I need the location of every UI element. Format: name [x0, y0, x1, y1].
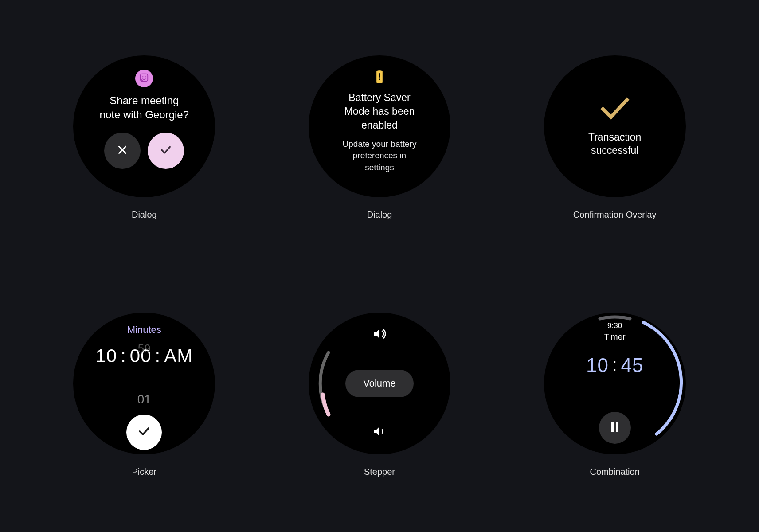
- svg-point-2: [145, 76, 146, 77]
- pause-icon: [610, 421, 620, 435]
- watch-face-dialog-share: Share meetingnote with Georgie?: [73, 55, 215, 197]
- timer-display: 10 : 45: [586, 354, 643, 376]
- dialog-battery-cell: Battery SaverMode has beenenabled Update…: [271, 22, 489, 253]
- timer-minutes: 10: [586, 354, 609, 376]
- caption: Combination: [590, 467, 640, 477]
- dialog-title: Share meetingnote with Georgie?: [100, 94, 189, 122]
- close-icon: [116, 143, 129, 158]
- caption: Stepper: [364, 467, 395, 477]
- check-icon: [159, 143, 173, 159]
- status-time: 9:30: [607, 321, 622, 330]
- picker-cell: Minutes 59 10 : 00 : AM 01 Picker: [35, 279, 253, 510]
- confirm-button[interactable]: [148, 133, 184, 169]
- confirmation-overlay-cell: Transactionsuccessful Confirmation Overl…: [506, 22, 724, 253]
- picker-ghost-below: 01: [137, 392, 151, 407]
- svg-rect-6: [379, 78, 380, 80]
- screen-title: Timer: [604, 332, 626, 342]
- watch-face-confirmation: Transactionsuccessful: [544, 55, 686, 197]
- cancel-button[interactable]: [104, 133, 141, 169]
- picker-hour[interactable]: 10: [95, 345, 117, 367]
- volume-down-icon[interactable]: [372, 424, 387, 440]
- caption: Picker: [132, 467, 157, 477]
- colon: :: [155, 345, 161, 367]
- watch-face-stepper: Volume: [309, 313, 450, 454]
- combination-cell: 9:30 Timer 10 : 45 Combination: [506, 279, 724, 510]
- caption: Confirmation Overlay: [573, 210, 657, 220]
- check-icon: [137, 424, 152, 441]
- picker-ampm[interactable]: AM: [164, 345, 193, 367]
- svg-rect-3: [378, 70, 380, 71]
- picker-ghost-above: 59: [138, 342, 151, 356]
- timer-seconds: 45: [621, 354, 643, 376]
- colon: :: [612, 356, 618, 375]
- watch-face-combination: 9:30 Timer 10 : 45: [544, 313, 686, 454]
- app-icon-circle: [135, 70, 153, 87]
- sticker-icon: [139, 73, 149, 84]
- caption: Dialog: [367, 210, 392, 220]
- picker-label: Minutes: [127, 324, 161, 336]
- check-icon: [599, 95, 631, 122]
- dialog-actions: [104, 133, 184, 169]
- colon: :: [121, 345, 126, 367]
- caption: Dialog: [132, 210, 157, 220]
- dialog-share-cell: Share meetingnote with Georgie? Dialog: [35, 22, 253, 253]
- svg-point-1: [142, 76, 143, 77]
- volume-up-icon[interactable]: [372, 327, 387, 343]
- confirm-button[interactable]: [126, 415, 162, 450]
- svg-rect-5: [379, 73, 380, 78]
- svg-rect-7: [611, 422, 614, 432]
- svg-rect-8: [616, 422, 618, 432]
- watch-face-dialog-battery: Battery SaverMode has beenenabled Update…: [309, 55, 450, 197]
- dialog-title: Battery SaverMode has beenenabled: [344, 91, 415, 132]
- stepper-cell: Volume Stepper: [271, 279, 489, 510]
- dialog-subtitle: Update your batterypreferences insetting…: [343, 138, 417, 174]
- pause-button[interactable]: [599, 412, 631, 444]
- battery-alert-icon: [376, 70, 383, 85]
- watch-face-picker[interactable]: Minutes 59 10 : 00 : AM 01: [73, 313, 215, 454]
- confirmation-text: Transactionsuccessful: [588, 131, 641, 157]
